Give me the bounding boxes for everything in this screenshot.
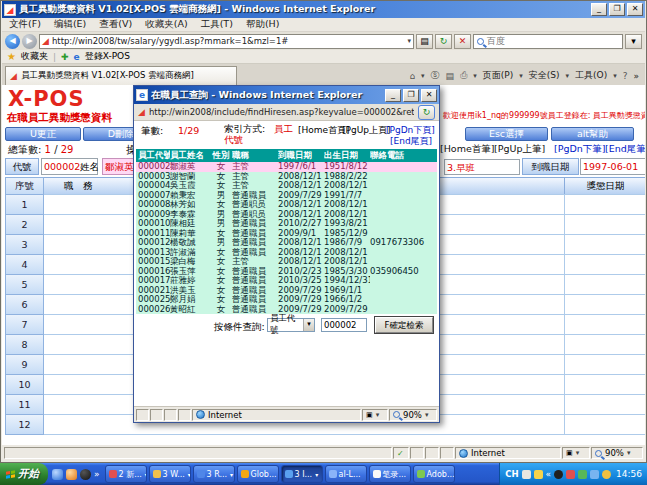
quick-launch-messenger-icon[interactable] — [66, 469, 77, 480]
print-dropdown-icon[interactable]: ▾ — [473, 72, 477, 80]
popup-titlebar[interactable]: e 在職員工查詢 - Windows Internet Explorer _ ❐… — [134, 86, 439, 104]
reward-date-cell[interactable] — [565, 314, 645, 335]
reward-date-cell[interactable] — [565, 254, 645, 275]
employee-row[interactable]: 000013許淑滿女普通職員2008/12/12008/12/1 — [136, 248, 437, 258]
menu-item[interactable]: 编辑(E) — [54, 18, 86, 31]
more-commands-icon[interactable]: » — [633, 71, 639, 81]
quick-launch-browser-icon[interactable] — [52, 469, 63, 480]
tab-active[interactable]: ◢ 員工異動獎懲資料 V1.02[X-POS 雲端商務網] — [5, 66, 237, 85]
quick-launch-overflow-icon[interactable]: » — [94, 469, 100, 479]
record-nav-link[interactable]: [PgDn下筆] — [554, 143, 606, 156]
reward-date-cell[interactable] — [565, 354, 645, 375]
reward-date-cell[interactable] — [565, 414, 645, 435]
print-icon[interactable]: ⎙ — [460, 70, 467, 81]
employee-row[interactable]: 000010陳相廷男普通職員2010/2/271993/8/21 — [136, 219, 437, 229]
employee-row[interactable]: 000008林芳如女普通职员2008/12/12008/12/1 — [136, 200, 437, 210]
employee-row[interactable]: 000007賴秉宏男普通職員2009/7/291991/7/7 — [136, 191, 437, 201]
confirm-search-button[interactable]: F確定檢索 — [375, 317, 433, 333]
tools-dropdown-icon[interactable]: ▾ — [613, 72, 617, 80]
address-dropdown-icon[interactable]: ▾ — [407, 37, 411, 45]
query-value-input[interactable]: 000002 — [321, 318, 367, 332]
popup-protected-mode-cell[interactable]: ▣▾ — [362, 409, 388, 421]
select-dropdown-icon[interactable]: ▾ — [303, 319, 314, 331]
tray-network-icon[interactable] — [590, 470, 599, 479]
employee-row[interactable]: 000009李泰霖男普通职员2008/12/12008/12/1 — [136, 210, 437, 220]
taskbar-task-button[interactable]: 2 新...▾ — [105, 465, 147, 483]
help-button[interactable]: alt幫助 — [551, 127, 634, 141]
tray-qq-icon[interactable] — [554, 470, 563, 479]
safety-dropdown-icon[interactable]: ▾ — [566, 72, 570, 80]
start-button[interactable]: 开始 — [0, 463, 48, 485]
employee-row[interactable]: 000002鄒淑英女主管1997/6/11951/8/12 — [136, 162, 437, 172]
favorites-link[interactable]: 登錄X-POS — [85, 50, 130, 63]
employee-row[interactable]: 000012楊敬誠男普通職員2008/12/11986/7/9091767330… — [136, 238, 437, 248]
employee-row[interactable]: 000004吳玉霞女主管2008/12/12008/12/1 — [136, 181, 437, 191]
task-group-dropdown-icon[interactable]: ▾ — [145, 471, 147, 478]
taskbar-task-button[interactable]: al-L... — [325, 465, 367, 483]
back-button[interactable]: ◀ — [5, 34, 20, 49]
shift-field[interactable]: 3.早班 — [444, 159, 520, 175]
task-group-dropdown-icon[interactable]: ▾ — [315, 471, 318, 478]
taskbar-task-button[interactable]: 3 I...▾ — [281, 465, 323, 483]
popup-maximize-button[interactable]: ❐ — [403, 89, 419, 102]
zoom-dropdown-icon[interactable]: ▾ — [627, 449, 631, 457]
stop-button[interactable]: ✕ — [454, 34, 471, 49]
update-button[interactable]: U更正 — [5, 127, 81, 141]
quick-launch-qq-icon[interactable] — [80, 469, 91, 480]
tray-help-icon[interactable] — [534, 470, 543, 479]
task-group-dropdown-icon[interactable]: ▾ — [188, 471, 191, 478]
address-input[interactable]: ◢ http://win2008/tw/salary/ygydl.asp?mma… — [39, 34, 414, 49]
reward-date-cell[interactable] — [565, 334, 645, 355]
forward-button[interactable]: ▶ — [22, 34, 37, 49]
zoom-control[interactable]: 90% ▾ — [591, 447, 643, 459]
reward-date-cell[interactable] — [565, 394, 645, 415]
taskbar-task-button[interactable]: 3 W...▾ — [149, 465, 191, 483]
menu-item[interactable]: 查看(V) — [99, 18, 132, 31]
tray-security-icon[interactable] — [578, 470, 587, 479]
record-nav-link[interactable]: [PgUp上筆] — [494, 143, 545, 156]
favorites-label[interactable]: 收藏夹 — [21, 50, 48, 63]
home-icon[interactable]: ⌂ — [409, 71, 415, 81]
record-nav-link[interactable]: [Home首筆] — [440, 143, 494, 156]
employee-row[interactable]: 000011陳莉華女普通職員2009/9/11985/12/9 — [136, 229, 437, 239]
tools-menu[interactable]: 工具(O) — [575, 69, 607, 82]
language-indicator[interactable]: CH — [505, 469, 518, 479]
page-dropdown-icon[interactable]: ▾ — [519, 72, 523, 80]
search-input[interactable]: 百度 — [473, 34, 623, 49]
employee-row[interactable]: 000025鄭月娟女普通職員2009/7/291966/1/2 — [136, 295, 437, 305]
compatibility-button[interactable]: ▤ — [416, 34, 433, 49]
taskbar-task-button[interactable]: 笔录... — [369, 465, 411, 483]
page-menu[interactable]: 页面(P) — [483, 69, 513, 82]
pgup-page-link[interactable]: [PgUp上頁] — [342, 124, 390, 137]
read-mail-icon[interactable]: ▤ — [446, 71, 455, 81]
menu-item[interactable]: 文件(F) — [9, 18, 41, 31]
reward-date-cell[interactable] — [565, 234, 645, 255]
safety-menu[interactable]: 安全(S) — [529, 69, 560, 82]
popup-refresh-button[interactable]: ↻ — [418, 105, 435, 120]
feeds-icon[interactable]: ⓢ — [431, 69, 440, 82]
select-button[interactable]: Esc選擇 — [465, 127, 548, 141]
home-dropdown-icon[interactable]: ▾ — [421, 72, 425, 80]
menu-item[interactable]: 收藏夹(A) — [145, 18, 187, 31]
search-options-button[interactable]: ▾ — [625, 34, 642, 49]
reward-date-cell[interactable] — [565, 194, 645, 215]
employee-row[interactable]: 000017莊雅婷女普通職員2010/3/251994/12/31 — [136, 276, 437, 286]
employee-row[interactable]: 000021洪美玉女普通職員2009/7/291969/1/1 — [136, 286, 437, 296]
minimize-button[interactable]: _ — [591, 3, 607, 16]
reward-date-cell[interactable] — [565, 294, 645, 315]
popup-zoom-control[interactable]: 90% ▾ — [389, 409, 437, 421]
favorites-star-icon[interactable]: ★ — [7, 51, 16, 62]
employee-row[interactable]: 000003謝智蘭女主管2008/12/11988/2/22 — [136, 172, 437, 182]
tray-volume-icon[interactable] — [602, 470, 611, 479]
protected-mode-cell[interactable]: ▣▾ — [562, 447, 590, 459]
query-field-select[interactable]: 員工代號 ▾ — [267, 318, 315, 332]
hire-date-field[interactable]: 1997-06-01 — [580, 158, 645, 175]
taskbar-task-button[interactable]: 3 R...▾ — [193, 465, 235, 483]
menu-item[interactable]: 工具(T) — [201, 18, 233, 31]
reward-date-cell[interactable] — [565, 214, 645, 235]
reward-date-cell[interactable] — [565, 274, 645, 295]
tray-antivirus-icon[interactable] — [566, 470, 575, 479]
refresh-button[interactable]: ↻ — [435, 34, 452, 49]
tray-chevron-icon[interactable]: « — [546, 469, 552, 479]
taskbar-task-button[interactable]: Glob... — [237, 465, 279, 483]
